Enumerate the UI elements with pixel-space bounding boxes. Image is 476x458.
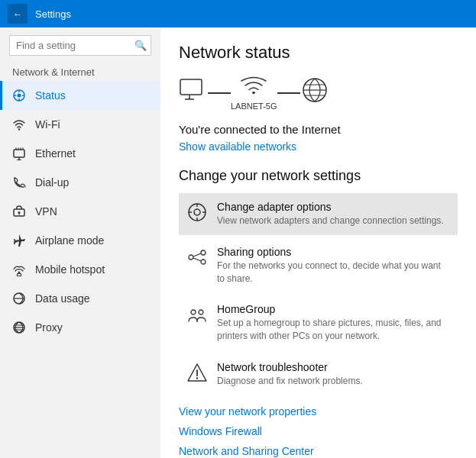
sidebar-item-proxy-label: Proxy [35, 321, 63, 334]
sidebar-item-ethernet-label: Ethernet [35, 147, 76, 160]
adapter-title: Change adapter options [217, 201, 444, 213]
window-title: Settings [35, 8, 71, 20]
sidebar: 🔍 Network & Internet Status [0, 27, 160, 458]
sidebar-item-airplane[interactable]: Airplane mode [0, 226, 160, 255]
sharing-desc: For the networks you connect to, decide … [217, 260, 450, 285]
sidebar-item-hotspot-label: Mobile hotspot [35, 263, 105, 276]
back-button[interactable]: ← [8, 4, 28, 24]
sidebar-item-vpn[interactable]: VPN [0, 197, 160, 226]
sidebar-item-datausage[interactable]: Data usage [0, 284, 160, 313]
sharing-icon [186, 247, 208, 267]
sidebar-item-wifi[interactable]: Wi-Fi [0, 110, 160, 139]
sidebar-item-dialup-label: Dial-up [35, 176, 69, 189]
homegroup-icon [186, 305, 208, 324]
search-container: 🔍 [0, 27, 160, 60]
net-center: LABNET-5G [231, 75, 277, 111]
network-diagram: LABNET-5G [179, 75, 458, 111]
settings-item-adapter[interactable]: Change adapter options View network adap… [179, 193, 458, 235]
sidebar-item-datausage-label: Data usage [35, 292, 90, 305]
svg-point-1 [18, 94, 21, 98]
sidebar-item-status[interactable]: Status [0, 81, 160, 110]
troubleshooter-title: Network troubleshooter [217, 361, 363, 373]
links-section: View your network properties Windows Fir… [179, 402, 458, 458]
svg-line-43 [193, 258, 201, 261]
airplane-icon [12, 234, 26, 247]
back-arrow-icon: ← [13, 8, 23, 20]
svg-rect-25 [180, 79, 202, 95]
dialup-icon [12, 176, 26, 189]
troubleshooter-icon [186, 363, 208, 382]
svg-point-40 [201, 250, 206, 255]
svg-point-15 [18, 211, 21, 214]
view-properties-link[interactable]: View your network properties [179, 402, 458, 421]
sidebar-item-vpn-label: VPN [35, 205, 57, 218]
content-area: Network status [160, 27, 476, 458]
settings-item-homegroup[interactable]: HomeGroup Set up a homegroup to share pi… [179, 295, 458, 350]
network-name-label: LABNET-5G [231, 102, 277, 111]
change-settings-title: Change your network settings [179, 168, 458, 184]
proxy-icon [12, 321, 26, 334]
homegroup-text: HomeGroup Set up a homegroup to share pi… [217, 303, 450, 343]
svg-point-45 [199, 310, 203, 314]
status-icon [12, 89, 26, 102]
sidebar-item-airplane-label: Airplane mode [35, 234, 104, 247]
search-icon: 🔍 [134, 40, 147, 51]
homegroup-desc: Set up a homegroup to share pictures, mu… [217, 317, 450, 343]
section-label: Network & Internet [0, 60, 160, 81]
datausage-icon [12, 292, 26, 305]
settings-item-sharing[interactable]: Sharing options For the networks you con… [179, 238, 458, 293]
adapter-desc: View network adapters and change connect… [217, 214, 444, 227]
show-networks-link[interactable]: Show available networks [179, 140, 458, 153]
net-line-2 [277, 92, 300, 94]
sidebar-item-dialup[interactable]: Dial-up [0, 168, 160, 197]
sidebar-item-hotspot[interactable]: Mobile hotspot [0, 255, 160, 284]
sharing-title: Sharing options [217, 246, 450, 258]
settings-item-troubleshooter[interactable]: Network troubleshooter Diagnose and fix … [179, 353, 458, 395]
computer-icon [179, 78, 208, 108]
adapter-text: Change adapter options View network adap… [217, 201, 444, 227]
sidebar-item-ethernet[interactable]: Ethernet [0, 139, 160, 168]
title-bar: ← Settings [0, 0, 476, 27]
sharing-text: Sharing options For the networks you con… [217, 246, 450, 285]
svg-point-39 [189, 255, 193, 260]
svg-rect-18 [18, 274, 21, 276]
sharing-center-link[interactable]: Network and Sharing Center [179, 441, 458, 458]
troubleshooter-text: Network troubleshooter Diagnose and fix … [217, 361, 363, 388]
svg-line-42 [193, 253, 201, 256]
sidebar-item-status-label: Status [35, 89, 66, 102]
sidebar-item-proxy[interactable]: Proxy [0, 313, 160, 342]
svg-point-48 [196, 377, 198, 379]
hotspot-icon [12, 263, 26, 276]
svg-point-34 [194, 209, 200, 215]
globe-icon [300, 76, 329, 110]
svg-point-44 [191, 310, 196, 314]
svg-rect-7 [14, 150, 24, 157]
net-line-1 [208, 92, 231, 94]
search-input[interactable] [9, 35, 151, 56]
adapter-icon [186, 202, 208, 222]
wifi-icon [12, 118, 26, 131]
vpn-icon [12, 205, 26, 218]
sidebar-item-wifi-label: Wi-Fi [35, 118, 60, 131]
connected-text: You're connected to the Internet [179, 123, 458, 136]
page-title: Network status [179, 43, 458, 63]
troubleshooter-desc: Diagnose and fix network problems. [217, 375, 363, 388]
net-wifi-icon [239, 75, 268, 100]
windows-firewall-link[interactable]: Windows Firewall [179, 421, 458, 441]
svg-point-28 [252, 92, 255, 95]
ethernet-icon [12, 147, 26, 160]
svg-rect-13 [17, 160, 21, 160]
svg-point-6 [18, 128, 20, 130]
svg-point-41 [201, 260, 206, 264]
main-layout: 🔍 Network & Internet Status [0, 27, 476, 458]
homegroup-title: HomeGroup [217, 303, 450, 315]
